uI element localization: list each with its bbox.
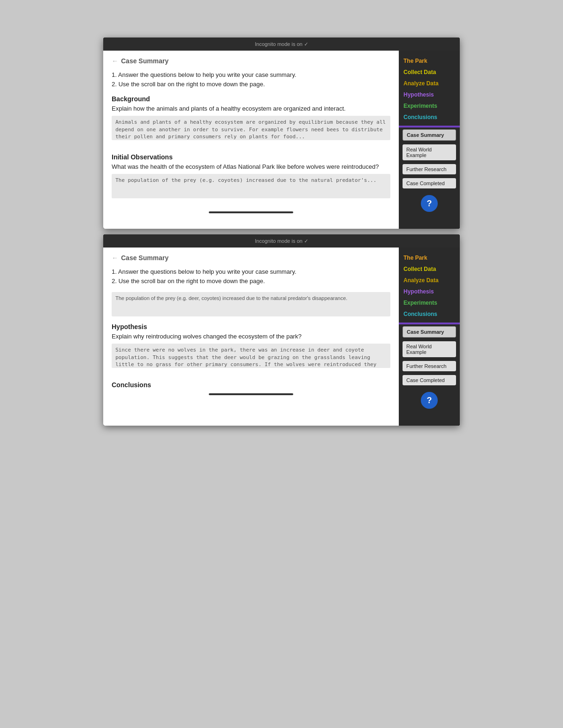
browser-window-1: Incognito mode is on ✓ ← Case Summary 1.… [103, 38, 460, 229]
sidebar-item-park-1[interactable]: The Park [399, 55, 460, 67]
sidebar-item-experiments-2[interactable]: Experiments [399, 297, 460, 308]
sidebar-item-hypothesis-1[interactable]: Hypothesis [399, 89, 460, 100]
browser-bar-2: Incognito mode is on ✓ [103, 234, 460, 248]
back-icon-2[interactable]: ← [112, 254, 118, 262]
sidebar-1: The Park Collect Data Analyze Data Hypot… [399, 51, 460, 229]
back-icon[interactable]: ← [112, 57, 118, 65]
initial-obs-answer[interactable] [112, 174, 390, 198]
sidebar-item-analyze-2[interactable]: Analyze Data [399, 275, 460, 286]
instruction-line-2: 2. Use the scroll bar on the right to mo… [112, 80, 390, 89]
further-research-btn-1[interactable]: Further Research [403, 164, 456, 174]
further-research-btn-2[interactable]: Further Research [403, 361, 456, 371]
conclusions-heading: Conclusions [112, 381, 390, 389]
hypothesis-answer[interactable] [112, 344, 390, 368]
sidebar-sep-1 [399, 126, 460, 128]
sidebar-2: The Park Collect Data Analyze Data Hypot… [399, 248, 460, 426]
incognito-label: Incognito mode is on ✓ [255, 41, 308, 47]
hypothesis-question: Explain why reintroducing wolves changed… [112, 332, 390, 341]
case-completed-btn-1[interactable]: Case Completed [403, 178, 456, 188]
case-completed-btn-2[interactable]: Case Completed [403, 375, 456, 385]
main-panel-1: ← Case Summary 1. Answer the questions b… [103, 51, 399, 229]
instructions-2: 1. Answer the questions below to help yo… [112, 267, 390, 285]
sidebar-item-experiments-1[interactable]: Experiments [399, 100, 460, 112]
instruction-line-1: 1. Answer the questions below to help yo… [112, 70, 390, 80]
hypothesis-heading: Hypothesis [112, 323, 390, 330]
help-button-2[interactable]: ? [421, 392, 438, 409]
page-title-2: Case Summary [121, 254, 168, 262]
sidebar-item-hypothesis-2[interactable]: Hypothesis [399, 286, 460, 297]
real-world-btn-1[interactable]: Real World Example [403, 144, 456, 160]
page-header-2: ← Case Summary [112, 254, 390, 262]
sidebar-sep-2 [399, 323, 460, 324]
conclusions-section: Conclusions [112, 381, 390, 389]
instruction-line-1b: 1. Answer the questions below to help yo… [112, 267, 390, 277]
background-heading: Background [112, 95, 390, 103]
divider-2 [209, 393, 293, 395]
pre-answer-box: The population of the prey (e.g. deer, c… [112, 292, 390, 316]
instructions-1: 1. Answer the questions below to help yo… [112, 70, 390, 89]
background-section: Background Explain how the animals and p… [112, 95, 390, 149]
main-panel-2: ← Case Summary 1. Answer the questions b… [103, 248, 399, 426]
sidebar-item-conclusions-2[interactable]: Conclusions [399, 308, 460, 320]
browser-window-2: Incognito mode is on ✓ ← Case Summary 1.… [103, 234, 460, 426]
browser-content-2: ← Case Summary 1. Answer the questions b… [103, 248, 460, 426]
browser-content-1: ← Case Summary 1. Answer the questions b… [103, 51, 460, 229]
case-summary-btn-1[interactable]: Case Summary [403, 129, 456, 141]
hypothesis-section: Hypothesis Explain why reintroducing wol… [112, 323, 390, 376]
sidebar-item-collect-2[interactable]: Collect Data [399, 263, 460, 275]
initial-obs-section: Initial Observations What was the health… [112, 153, 390, 207]
background-question: Explain how the animals and plants of a … [112, 105, 390, 113]
divider-1 [209, 211, 293, 213]
instruction-line-2b: 2. Use the scroll bar on the right to mo… [112, 277, 390, 286]
sidebar-item-analyze-1[interactable]: Analyze Data [399, 78, 460, 89]
sidebar-item-park-2[interactable]: The Park [399, 252, 460, 263]
case-summary-btn-2[interactable]: Case Summary [403, 326, 456, 338]
initial-obs-heading: Initial Observations [112, 153, 390, 161]
initial-obs-question: What was the health of the ecosystem of … [112, 163, 390, 171]
sidebar-item-collect-1[interactable]: Collect Data [399, 67, 460, 78]
page-header-1: ← Case Summary [112, 57, 390, 65]
browser-bar-1: Incognito mode is on ✓ [103, 38, 460, 51]
background-answer[interactable] [112, 116, 390, 140]
sidebar-item-conclusions-1[interactable]: Conclusions [399, 112, 460, 123]
incognito-label-2: Incognito mode is on ✓ [255, 238, 308, 244]
real-world-btn-2[interactable]: Real World Example [403, 341, 456, 357]
page-title-1: Case Summary [121, 57, 168, 65]
help-button-1[interactable]: ? [421, 195, 438, 212]
